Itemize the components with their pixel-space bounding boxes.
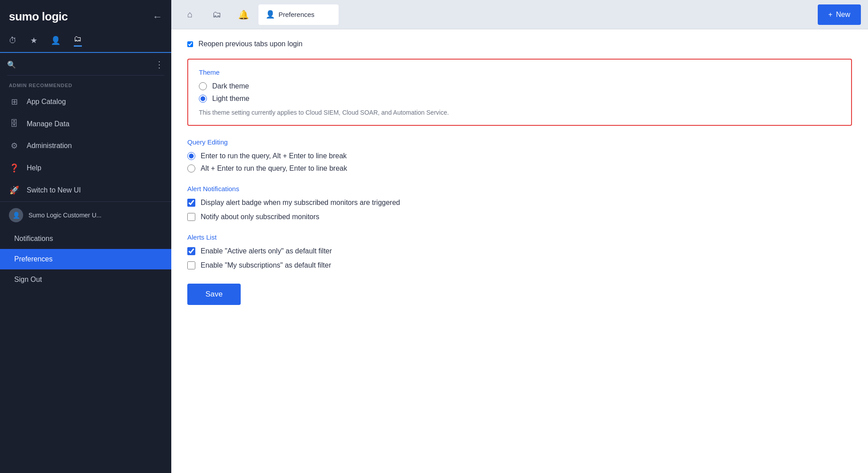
my-subscriptions-label: Enable "My subscriptions" as default fil…	[201, 261, 331, 269]
alt-run-label: Alt + Enter to run the query, Enter to l…	[201, 164, 347, 172]
light-theme-label: Light theme	[212, 95, 250, 103]
library-icon[interactable]: 🗂	[74, 34, 82, 47]
alerts-list-section: Alerts List Enable "Active alerts only" …	[187, 233, 852, 269]
sign-out-label: Sign Out	[14, 276, 42, 283]
administration-icon: ⚙	[9, 141, 20, 151]
switch-new-ui-label: Switch to New UI	[27, 186, 81, 194]
active-alerts-only-checkbox[interactable]	[187, 247, 195, 255]
dark-theme-radio[interactable]	[199, 82, 207, 90]
new-plus-icon: +	[828, 11, 832, 19]
sidebar-search-row: 🔍 ⋮	[0, 53, 171, 73]
switch-ui-icon: 🚀	[9, 185, 20, 195]
notify-subscribed-row: Notify about only subscribed monitors	[187, 213, 852, 221]
more-options-icon[interactable]: ⋮	[155, 59, 164, 70]
search-input[interactable]	[20, 61, 151, 68]
app-logo: sumo logic	[9, 10, 68, 24]
light-theme-row: Light theme	[199, 95, 840, 103]
theme-section-title: Theme	[199, 68, 840, 76]
main-panel: ⌂ 🗂 🔔 👤 Preferences + New Reopen previou…	[171, 0, 868, 473]
query-editing-title: Query Editing	[187, 138, 852, 146]
help-label: Help	[27, 164, 41, 172]
favorites-icon[interactable]: ★	[30, 36, 37, 45]
reopen-label: Reopen previous tabs upon login	[198, 40, 303, 48]
sidebar: sumo logic ← ⏱ ★ 👤 🗂 🔍 ⋮ ADMIN RECOMMEND…	[0, 0, 171, 473]
manage-data-icon: 🗄	[9, 119, 20, 128]
new-button[interactable]: + New	[818, 4, 861, 25]
light-theme-radio[interactable]	[199, 95, 207, 103]
active-alerts-only-label: Enable "Active alerts only" as default f…	[201, 247, 332, 255]
display-alert-badge-label: Display alert badge when my subscribed m…	[201, 199, 400, 207]
preferences-content: Reopen previous tabs upon login Theme Da…	[171, 29, 868, 473]
sidebar-item-sign-out[interactable]: Sign Out	[0, 269, 171, 290]
notify-subscribed-checkbox[interactable]	[187, 213, 195, 221]
sidebar-item-manage-data[interactable]: 🗄 Manage Data	[0, 113, 171, 135]
sidebar-header: sumo logic ←	[0, 0, 171, 31]
sidebar-scroll: ADMIN RECOMMENDED ⊞ App Catalog 🗄 Manage…	[0, 77, 171, 473]
back-button[interactable]: ←	[153, 11, 162, 23]
preferences-label: Preferences	[14, 255, 52, 263]
alert-notifications-title: Alert Notifications	[187, 185, 852, 192]
dark-theme-row: Dark theme	[199, 82, 840, 90]
recent-icon[interactable]: ⏱	[9, 36, 17, 45]
enter-run-label: Enter to run the query, Alt + Enter to l…	[201, 152, 347, 160]
help-icon: ❓	[9, 163, 20, 173]
notifications-label: Notifications	[14, 235, 53, 242]
sidebar-item-help[interactable]: ❓ Help	[0, 157, 171, 179]
admin-recommended-label: ADMIN RECOMMENDED	[0, 77, 171, 91]
sidebar-divider	[7, 75, 164, 76]
dark-theme-label: Dark theme	[212, 82, 249, 90]
save-button[interactable]: Save	[187, 284, 241, 305]
app-catalog-label: App Catalog	[27, 98, 66, 106]
sidebar-icons-row: ⏱ ★ 👤 🗂	[0, 31, 171, 53]
sidebar-item-administration[interactable]: ⚙ Administration	[0, 135, 171, 157]
reopen-row: Reopen previous tabs upon login	[187, 40, 852, 48]
alt-run-radio[interactable]	[187, 164, 195, 172]
administration-label: Administration	[27, 142, 72, 150]
enter-run-row: Enter to run the query, Alt + Enter to l…	[187, 152, 852, 160]
my-subscriptions-row: Enable "My subscriptions" as default fil…	[187, 261, 852, 269]
notify-subscribed-label: Notify about only subscribed monitors	[201, 213, 319, 221]
enter-run-radio[interactable]	[187, 152, 195, 160]
my-subscriptions-checkbox[interactable]	[187, 261, 195, 269]
preferences-tab[interactable]: 👤 Preferences	[258, 4, 339, 25]
sidebar-item-switch-new-ui[interactable]: 🚀 Switch to New UI	[0, 179, 171, 201]
sidebar-item-app-catalog[interactable]: ⊞ App Catalog	[0, 91, 171, 113]
theme-section: Theme Dark theme Light theme This theme …	[187, 59, 852, 126]
new-button-label: New	[836, 11, 850, 19]
avatar: 👤	[9, 208, 23, 222]
preferences-tab-icon: 👤	[266, 10, 275, 19]
alert-notifications-section: Alert Notifications Display alert badge …	[187, 185, 852, 221]
shared-icon[interactable]: 👤	[51, 36, 61, 45]
search-icon: 🔍	[7, 60, 16, 69]
bell-button[interactable]: 🔔	[232, 3, 255, 26]
home-button[interactable]: ⌂	[178, 3, 202, 26]
home-icon: ⌂	[187, 9, 193, 20]
alerts-list-title: Alerts List	[187, 233, 852, 241]
topbar: ⌂ 🗂 🔔 👤 Preferences + New	[171, 0, 868, 29]
sidebar-item-notifications[interactable]: Notifications	[0, 228, 171, 249]
reopen-checkbox[interactable]	[187, 41, 193, 47]
display-alert-badge-row: Display alert badge when my subscribed m…	[187, 199, 852, 207]
query-editing-section: Query Editing Enter to run the query, Al…	[187, 138, 852, 172]
app-catalog-icon: ⊞	[9, 97, 20, 107]
library-button[interactable]: 🗂	[205, 3, 228, 26]
display-alert-badge-checkbox[interactable]	[187, 199, 195, 207]
preferences-tab-label: Preferences	[279, 11, 315, 18]
topbar-library-icon: 🗂	[212, 9, 221, 20]
manage-data-label: Manage Data	[27, 120, 69, 128]
user-row[interactable]: 👤 Sumo Logic Customer U...	[0, 201, 171, 228]
active-alerts-only-row: Enable "Active alerts only" as default f…	[187, 247, 852, 255]
sidebar-item-preferences[interactable]: Preferences	[0, 249, 171, 269]
user-name: Sumo Logic Customer U...	[28, 212, 101, 219]
topbar-bell-icon: 🔔	[238, 9, 249, 20]
alt-run-row: Alt + Enter to run the query, Enter to l…	[187, 164, 852, 172]
theme-note: This theme setting currently applies to …	[199, 109, 840, 116]
